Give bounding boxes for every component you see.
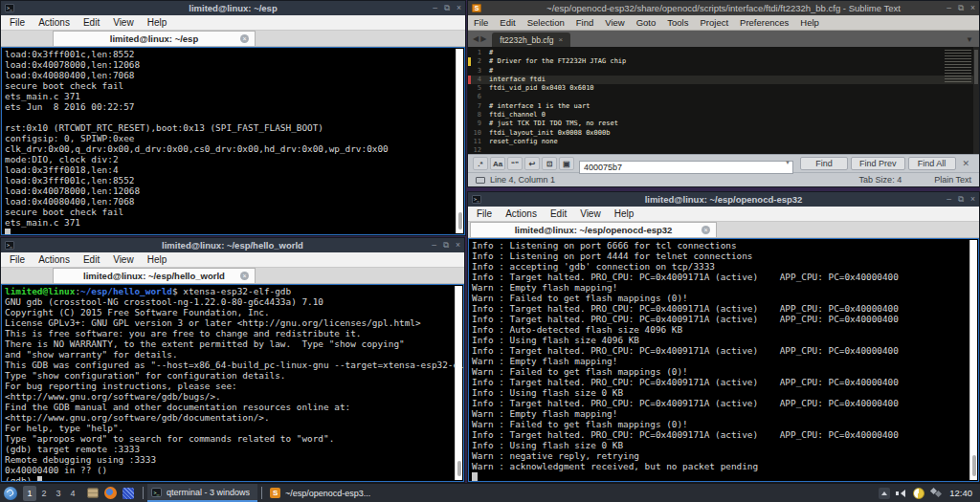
- menu-item-file[interactable]: File: [470, 207, 499, 222]
- terminal-window-esp: >_ limited@linux: ~/esp – ⧉ × FileAction…: [0, 0, 466, 236]
- in-selection-icon[interactable]: ⊡: [542, 157, 557, 170]
- close-button[interactable]: ×: [970, 1, 975, 15]
- arrow-up-icon[interactable]: [879, 488, 890, 499]
- line-number: 7: [468, 102, 489, 111]
- find-all-button[interactable]: Find All: [908, 157, 956, 170]
- minimize-button[interactable]: –: [947, 1, 951, 15]
- menu-item-edit[interactable]: Edit: [494, 15, 521, 31]
- menu-item-actions[interactable]: Actions: [32, 15, 77, 31]
- minimap[interactable]: [945, 50, 971, 82]
- close-button[interactable]: ×: [457, 1, 461, 15]
- file-manager-icon[interactable]: [87, 488, 99, 498]
- find-history-dropdown-icon[interactable]: ▼: [785, 160, 791, 165]
- titlebar[interactable]: >_ limited@linux: ~/esp/openocd-esp32 – …: [468, 192, 979, 207]
- grid-app-icon[interactable]: [122, 488, 134, 499]
- task-button-qterminal[interactable]: qterminal - 3 windows: [147, 484, 257, 502]
- terminal-line: load:0x3fff001c,len:8552: [5, 175, 464, 186]
- menu-item-view[interactable]: View: [573, 207, 608, 222]
- minimize-button[interactable]: –: [433, 1, 437, 15]
- menu-item-help[interactable]: Help: [608, 207, 641, 222]
- tab-size-indicator[interactable]: Tab Size: 4: [859, 175, 902, 185]
- maximize-button[interactable]: ⧉: [443, 238, 449, 252]
- menu-item-file[interactable]: File: [3, 252, 32, 268]
- maximize-button[interactable]: ⧉: [444, 1, 450, 15]
- clock[interactable]: 12:40: [946, 488, 976, 498]
- titlebar[interactable]: >_ limited@linux: ~/esp/hello_world – ⧉ …: [1, 238, 464, 252]
- menu-item-selection[interactable]: Selection: [522, 15, 570, 31]
- firefox-icon[interactable]: [104, 487, 117, 499]
- menu-item-goto[interactable]: Goto: [631, 15, 662, 31]
- code-text: ftdi_vid_pid 0x0403 0x6010: [489, 84, 594, 93]
- workspace-3[interactable]: 3: [52, 486, 65, 501]
- find-prev-button[interactable]: Find Prev: [851, 157, 905, 170]
- network-icon[interactable]: [930, 488, 943, 498]
- terminal-tab[interactable]: limited@linux: ~/esp ×: [53, 31, 256, 46]
- code-line-3: 3#: [468, 67, 979, 76]
- menu-item-preferences[interactable]: Preferences: [734, 15, 794, 31]
- whole-word-icon[interactable]: “”: [507, 157, 523, 170]
- menu-item-actions[interactable]: Actions: [32, 252, 77, 268]
- terminal-output[interactable]: Info : Listening on port 6666 for tcl co…: [468, 238, 979, 482]
- maximize-button[interactable]: ⧉: [958, 192, 964, 207]
- menu-item-file[interactable]: File: [3, 15, 32, 31]
- find-close-icon[interactable]: ✕: [963, 159, 970, 168]
- terminal-tab[interactable]: limited@linux: ~/esp/hello_world ×: [53, 268, 256, 283]
- terminal-line: Info : Target halted. PRO_CPU: PC=0x4009…: [472, 272, 978, 282]
- close-button[interactable]: ×: [456, 238, 460, 252]
- menu-item-edit[interactable]: Edit: [544, 207, 573, 222]
- scrollbar[interactable]: [455, 286, 462, 480]
- menu-item-view[interactable]: View: [599, 15, 630, 31]
- regex-icon[interactable]: .*: [473, 157, 488, 170]
- scrollbar-thumb[interactable]: [974, 50, 978, 84]
- file-tab[interactable]: ft2232h_bb.cfg ×: [492, 33, 570, 47]
- tab-overflow-icon[interactable]: ▼: [966, 35, 973, 44]
- find-button[interactable]: Find: [800, 157, 848, 170]
- scrollbar[interactable]: [969, 240, 977, 480]
- volume-icon[interactable]: [896, 489, 907, 498]
- tab-close-icon[interactable]: ×: [559, 35, 564, 44]
- start-menu-icon[interactable]: [4, 487, 17, 500]
- keyboard-layout-icon[interactable]: [913, 488, 924, 499]
- terminal-output[interactable]: load:0x3fff001c,len:8552load:0x40078000,…: [1, 47, 465, 235]
- menu-item-view[interactable]: View: [106, 252, 141, 268]
- menu-item-edit[interactable]: Edit: [77, 252, 106, 268]
- scrollbar-thumb[interactable]: [972, 455, 976, 476]
- find-input[interactable]: [579, 161, 793, 174]
- titlebar[interactable]: >_ limited@linux: ~/esp – ⧉ ×: [1, 1, 465, 15]
- menu-item-edit[interactable]: Edit: [77, 15, 106, 31]
- workspace-2[interactable]: 2: [37, 486, 51, 501]
- task-button-sublime[interactable]: ~/esp/openocd-esp3...: [266, 484, 378, 502]
- case-sensitive-icon[interactable]: Aa: [490, 157, 505, 170]
- menu-item-project[interactable]: Project: [694, 15, 734, 31]
- menu-item-view[interactable]: View: [106, 15, 141, 31]
- code-editor[interactable]: 1#2# Driver for the FT2232H JTAG chip3#4…: [468, 47, 979, 154]
- menu-item-help[interactable]: Help: [141, 15, 174, 31]
- minimize-button[interactable]: –: [432, 238, 436, 252]
- workspace-1[interactable]: 1: [23, 486, 36, 501]
- terminal-output[interactable]: limited@linux:~/esp/hello_world$ xtensa-…: [1, 284, 464, 482]
- terminal-tab[interactable]: limited@linux: ~/esp/openocd-esp32 ×: [470, 222, 717, 237]
- workspace-4[interactable]: 4: [66, 486, 79, 501]
- menu-item-help[interactable]: Help: [794, 15, 825, 31]
- scrollbar[interactable]: [456, 49, 463, 233]
- wrap-icon[interactable]: ↩: [524, 157, 540, 170]
- line-number: 11: [468, 138, 489, 146]
- maximize-button[interactable]: ⧉: [958, 1, 964, 15]
- scrollbar-thumb[interactable]: [458, 212, 462, 229]
- menu-item-actions[interactable]: Actions: [499, 207, 544, 222]
- menu-item-find[interactable]: Find: [570, 15, 599, 31]
- close-button[interactable]: ×: [970, 192, 975, 207]
- tab-scroll-arrows-icon[interactable]: ◀▶: [468, 31, 492, 47]
- minimize-button[interactable]: –: [947, 192, 951, 207]
- menu-item-file[interactable]: File: [468, 15, 494, 31]
- highlight-matches-icon[interactable]: ▣: [559, 157, 574, 170]
- scrollbar[interactable]: [973, 47, 979, 154]
- tab-close-icon[interactable]: ×: [240, 272, 249, 280]
- syntax-indicator[interactable]: Plain Text: [934, 175, 971, 185]
- scrollbar-thumb[interactable]: [457, 461, 461, 476]
- tab-close-icon[interactable]: ×: [702, 226, 710, 234]
- tab-close-icon[interactable]: ×: [240, 34, 249, 43]
- menu-item-tools[interactable]: Tools: [661, 15, 694, 31]
- titlebar[interactable]: S ~/esp/openocd-esp32/share/openocd/scri…: [468, 1, 979, 15]
- menu-item-help[interactable]: Help: [141, 252, 174, 268]
